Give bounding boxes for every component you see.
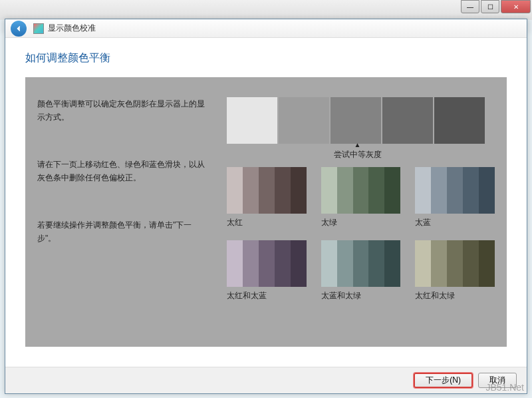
swatch-bar bbox=[259, 167, 275, 214]
gradient-cell bbox=[382, 97, 433, 144]
content-panel: 颜色平衡调整可以确定灰色阴影在显示器上的显示方式。 请在下一页上移动红色、绿色和… bbox=[25, 77, 507, 347]
instruction-text: 颜色平衡调整可以确定灰色阴影在显示器上的显示方式。 请在下一页上移动红色、绿色和… bbox=[37, 97, 210, 333]
swatch-bar bbox=[227, 240, 243, 287]
gradient-pointer-label: 尝试中等灰度 bbox=[220, 149, 495, 160]
swatch-label: 太蓝 bbox=[415, 217, 495, 228]
swatch-bars bbox=[321, 240, 401, 287]
gradient-cell bbox=[279, 97, 329, 144]
swatch-bar bbox=[291, 240, 307, 287]
description-3: 若要继续操作并调整颜色平衡，请单击"下一步"。 bbox=[37, 218, 210, 246]
calibration-icon bbox=[33, 23, 44, 34]
gradient-cell bbox=[227, 97, 277, 144]
swatch-item: 太绿 bbox=[321, 167, 401, 228]
swatch-label: 太红 bbox=[227, 217, 307, 228]
swatch-label: 太绿 bbox=[321, 217, 401, 228]
swatch-bar bbox=[384, 240, 400, 287]
swatch-bar bbox=[447, 240, 463, 287]
swatch-bar bbox=[431, 240, 447, 287]
swatch-bar bbox=[384, 167, 400, 214]
swatch-bar bbox=[337, 240, 353, 287]
page-heading: 如何调整颜色平衡 bbox=[25, 51, 507, 65]
swatch-item: 太蓝 bbox=[415, 167, 495, 228]
swatch-grid: 太红太绿太蓝太红和太蓝太蓝和太绿太红和太绿 bbox=[227, 167, 495, 301]
wizard-header: 显示颜色校准 bbox=[5, 19, 527, 38]
wizard-footer: 下一步(N) 取消 bbox=[5, 367, 527, 393]
wizard-title: 显示颜色校准 bbox=[48, 23, 96, 34]
swatch-item: 太红和太蓝 bbox=[227, 240, 307, 301]
swatch-bars bbox=[321, 167, 401, 214]
swatch-bar bbox=[275, 167, 291, 214]
wizard-window: 显示颜色校准 如何调整颜色平衡 颜色平衡调整可以确定灰色阴影在显示器上的显示方式… bbox=[5, 19, 527, 394]
swatch-bar bbox=[368, 167, 384, 214]
swatch-bar bbox=[243, 167, 259, 214]
swatch-item: 太红 bbox=[227, 167, 307, 228]
description-2: 请在下一页上移动红色、绿色和蓝色滑块，以从灰色条中删除任何色偏校正。 bbox=[37, 158, 210, 185]
window-controls: — ☐ ✕ bbox=[461, 0, 531, 13]
swatch-bar bbox=[259, 240, 275, 287]
swatch-bar bbox=[479, 167, 495, 214]
minimize-button[interactable]: — bbox=[461, 0, 479, 13]
swatch-bars bbox=[227, 240, 307, 287]
swatch-label: 太红和太蓝 bbox=[227, 290, 307, 301]
swatch-bar bbox=[447, 167, 463, 214]
description-1: 颜色平衡调整可以确定灰色阴影在显示器上的显示方式。 bbox=[37, 97, 210, 124]
next-button[interactable]: 下一步(N) bbox=[414, 373, 473, 388]
swatch-bar bbox=[368, 240, 384, 287]
swatch-bar bbox=[415, 167, 431, 214]
swatch-bar bbox=[353, 167, 369, 214]
swatch-bars bbox=[415, 167, 495, 214]
swatch-item: 太蓝和太绿 bbox=[321, 240, 401, 301]
swatch-bar bbox=[243, 240, 259, 287]
swatch-bar bbox=[463, 240, 479, 287]
swatch-bar bbox=[415, 240, 431, 287]
back-arrow-icon bbox=[14, 24, 23, 33]
swatch-bar bbox=[463, 167, 479, 214]
swatch-bar bbox=[275, 240, 291, 287]
swatch-bars bbox=[227, 167, 307, 214]
swatch-bar bbox=[227, 167, 243, 214]
swatch-label: 太红和太绿 bbox=[415, 290, 495, 301]
neutral-gradient bbox=[227, 97, 495, 144]
swatch-bar bbox=[431, 167, 447, 214]
swatch-bar bbox=[479, 240, 495, 287]
swatch-bar bbox=[321, 240, 337, 287]
swatch-area: 尝试中等灰度 太红太绿太蓝太红和太蓝太蓝和太绿太红和太绿 bbox=[220, 97, 495, 333]
browser-chrome: — ☐ ✕ bbox=[0, 0, 532, 20]
swatch-bar bbox=[321, 167, 337, 214]
swatch-label: 太蓝和太绿 bbox=[321, 290, 401, 301]
maximize-button[interactable]: ☐ bbox=[481, 0, 499, 13]
swatch-bar bbox=[337, 167, 353, 214]
gradient-cell bbox=[434, 97, 485, 144]
wizard-body: 如何调整颜色平衡 颜色平衡调整可以确定灰色阴影在显示器上的显示方式。 请在下一页… bbox=[5, 38, 527, 367]
swatch-bar bbox=[353, 240, 369, 287]
close-button[interactable]: ✕ bbox=[501, 0, 531, 13]
cancel-button[interactable]: 取消 bbox=[478, 373, 517, 388]
gradient-cell bbox=[331, 97, 381, 144]
swatch-bars bbox=[415, 240, 495, 287]
swatch-item: 太红和太绿 bbox=[415, 240, 495, 301]
back-button[interactable] bbox=[11, 21, 27, 37]
swatch-bar bbox=[291, 167, 307, 214]
